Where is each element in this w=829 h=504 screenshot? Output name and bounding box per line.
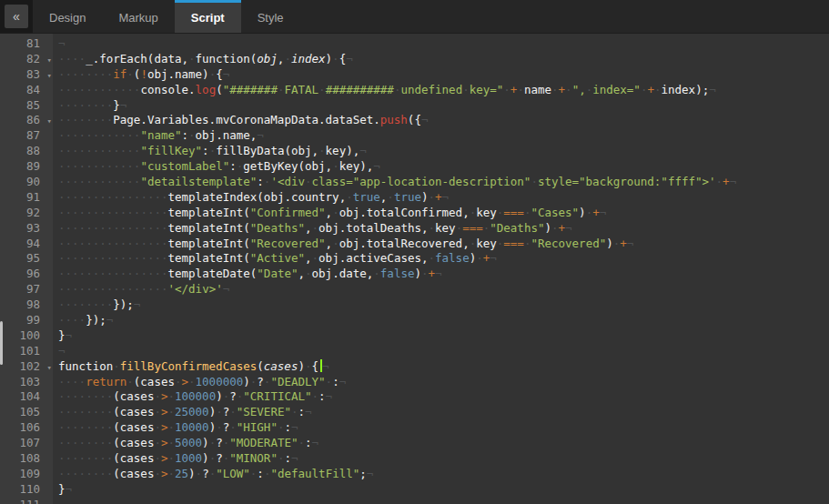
script-editor-window: « Design Markup Script Style 8182▾83▾848… <box>0 0 829 504</box>
code-line[interactable]: ········(cases·>·5000)·?·"MODERATE"·:¬ <box>53 436 829 451</box>
line-number: 92 <box>0 206 53 221</box>
text-cursor <box>320 359 322 372</box>
code-line[interactable]: ················templateInt("Deaths",·ob… <box>53 221 829 237</box>
code-line[interactable]: ····return·(cases·>·1000000)·?·"DEADLY"·… <box>53 375 829 390</box>
line-number: 103 <box>0 375 53 390</box>
code-line[interactable]: ················templateInt("Confirmed",… <box>53 206 829 221</box>
line-number: 101 <box>0 344 53 359</box>
code-line[interactable]: ········});¬ <box>53 297 829 313</box>
code-line[interactable]: ················templateDate("Date",·obj… <box>53 267 829 282</box>
line-number: 110 <box>0 482 53 498</box>
line-number: 84 <box>0 83 53 98</box>
line-number: 93 <box>0 221 53 237</box>
tab-script[interactable]: Script <box>175 0 241 33</box>
line-number: 91 <box>0 190 53 206</box>
line-number: 89 <box>0 159 53 175</box>
code-line[interactable]: ····});¬ <box>53 313 829 328</box>
code-line[interactable]: ············"name":·obj.name,¬ <box>53 128 829 144</box>
line-number: 102▾ <box>0 359 53 375</box>
tab-style[interactable]: Style <box>241 0 300 33</box>
line-number: 94 <box>0 237 53 252</box>
fold-toggle-icon[interactable]: ▾ <box>47 53 52 68</box>
code-line[interactable]: ········(cases·>·100000)·?·"CRITICAL"·:¬ <box>53 389 829 405</box>
line-number: 111 <box>0 498 53 504</box>
line-number: 90 <box>0 175 53 190</box>
editor-tab-bar: « Design Markup Script Style <box>0 0 829 34</box>
chevron-double-left-icon: « <box>13 9 20 24</box>
code-line[interactable]: function·fillByConfirmedCases(cases)·{¬ <box>53 359 829 375</box>
code-line[interactable]: ¬ <box>53 344 829 359</box>
fold-toggle-icon[interactable]: ▾ <box>47 68 52 84</box>
code-line[interactable]: ············"detailstemplate":·'<div·cla… <box>53 175 829 190</box>
code-editor[interactable]: 8182▾83▾848586▾8788899091929394959697989… <box>0 34 829 504</box>
code-line[interactable]: ········}¬ <box>53 98 829 114</box>
line-number: 107 <box>0 436 53 451</box>
code-line[interactable]: ¬ <box>53 36 829 52</box>
tab-label: Style <box>258 11 284 25</box>
line-number: 81 <box>0 36 53 52</box>
gutter: 8182▾83▾848586▾8788899091929394959697989… <box>0 34 53 504</box>
collapse-strip: « <box>0 0 33 33</box>
code-line[interactable]: ········Page.Variables.mvCoronaMapData.d… <box>53 113 829 128</box>
code-line[interactable]: ················templateInt("Recovered",… <box>53 237 829 252</box>
code-line[interactable]: ············"fillKey":·fillByData(obj,·k… <box>53 144 829 159</box>
code-line[interactable]: ················templateInt("Active",·ob… <box>53 251 829 267</box>
fold-toggle-icon[interactable]: ▾ <box>47 114 52 129</box>
collapse-panel-button[interactable]: « <box>5 5 28 28</box>
line-number: 108 <box>0 451 53 467</box>
line-number: 95 <box>0 251 53 267</box>
line-number: 97 <box>0 282 53 297</box>
code-line[interactable]: ········(cases·>·25)·?·"LOW"·:·"defaultF… <box>53 467 829 482</box>
tab-label: Design <box>49 11 86 25</box>
line-number: 109 <box>0 467 53 482</box>
code-line[interactable]: }¬ <box>53 328 829 344</box>
line-number: 85 <box>0 98 53 114</box>
tab-markup[interactable]: Markup <box>102 0 174 33</box>
code-line[interactable]: ········(cases·>·25000)·?·"SEVERE"·:¬ <box>53 405 829 420</box>
code-line[interactable]: ········(cases·>·1000)·?·"MINOR"·:¬ <box>53 451 829 467</box>
scrollbar-thumb[interactable] <box>0 321 3 365</box>
code-line[interactable]: ················templateIndex(obj.countr… <box>53 190 829 206</box>
code-line[interactable]: ····_.forEach(data,·function(obj,·index)… <box>53 52 829 67</box>
code-line[interactable]: ················'</div>'¬ <box>53 282 829 297</box>
line-number: 104 <box>0 389 53 405</box>
tab-label: Markup <box>118 11 157 25</box>
line-number: 88 <box>0 144 53 159</box>
code-line[interactable]: ········if·(!obj.name)·{¬ <box>53 67 829 83</box>
line-number: 87 <box>0 128 53 144</box>
line-number: 98 <box>0 297 53 313</box>
tab-label: Script <box>191 11 225 25</box>
line-number: 105 <box>0 405 53 420</box>
code-line[interactable]: ¬ <box>53 498 829 504</box>
line-number: 82▾ <box>0 52 53 67</box>
line-number: 83▾ <box>0 67 53 83</box>
code-area[interactable]: ¬····_.forEach(data,·function(obj,·index… <box>53 34 829 504</box>
line-number: 96 <box>0 267 53 282</box>
line-number: 100 <box>0 328 53 344</box>
code-line[interactable]: }¬ <box>53 482 829 498</box>
code-line[interactable]: ········(cases·>·10000)·?·"HIGH"·:¬ <box>53 420 829 436</box>
code-line[interactable]: ············"customLabel":·getByKey(obj,… <box>53 159 829 175</box>
fold-toggle-icon[interactable]: ▾ <box>47 360 52 376</box>
line-number: 99 <box>0 313 53 328</box>
tab-design[interactable]: Design <box>33 0 102 33</box>
line-number: 86▾ <box>0 113 53 128</box>
line-number: 106 <box>0 420 53 436</box>
code-line[interactable]: ············console.log("#######·FATAL·#… <box>53 83 829 98</box>
